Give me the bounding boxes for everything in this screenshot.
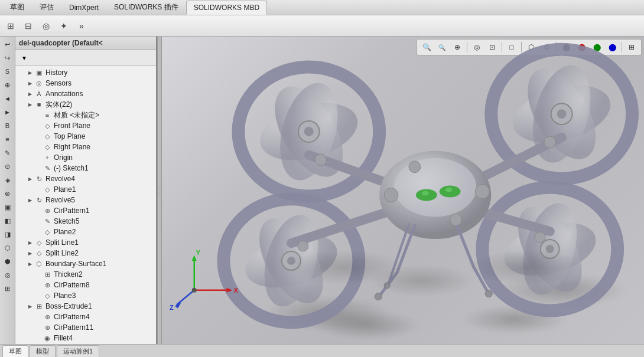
left-btn-14[interactable]: ◧ [1, 214, 14, 227]
tree-expand-thicken2[interactable] [34, 270, 43, 279]
motor-bl [298, 241, 308, 251]
left-btn-undo[interactable]: ↩ [1, 38, 14, 51]
tree-expand-bossextrude1[interactable]: ▶ [26, 302, 34, 310]
toolbar-btn-2[interactable]: ⊟ [20, 18, 37, 34]
joint-left [384, 188, 398, 202]
left-btn-6[interactable]: ► [1, 106, 14, 119]
motor-tl [315, 154, 327, 166]
tree-item-cirpattern4[interactable]: ⊛CirPattern4 [15, 312, 156, 322]
tree-item-sketch1[interactable]: ✎(-) Sketch1 [15, 163, 156, 173]
tree-item-thicken2[interactable]: ⊞Thicken2 [15, 269, 156, 280]
tree-filter-btn[interactable]: ▼ [18, 52, 31, 64]
left-btn-19[interactable]: ⊞ [1, 282, 14, 295]
tree-expand-sketch1[interactable] [34, 164, 43, 172]
left-btn-3[interactable]: S [1, 65, 14, 78]
tree-item-plane1[interactable]: ◇Plane1 [15, 184, 156, 195]
tree-item-revolve5[interactable]: ▶↻Revolve5 [15, 195, 156, 205]
joint-bottom [450, 214, 462, 225]
tree-expand-top_plane[interactable] [34, 132, 43, 140]
tree-header: del-quadcopter (Default< [15, 37, 156, 50]
tab-eval[interactable]: 评估 [32, 1, 61, 15]
tree-expand-revolve4[interactable]: ▶ [26, 175, 34, 183]
tree-item-cirpattern11[interactable]: ⊛CirPattern11 [15, 322, 156, 333]
left-btn-8[interactable]: ≡ [1, 133, 14, 146]
tab-dimxpert[interactable]: DimXpert [61, 1, 106, 15]
left-btn-redo[interactable]: ↪ [1, 51, 14, 64]
tab-swplugin[interactable]: SOLIDWORKS 插件 [106, 1, 186, 15]
tree-expand-cirpattern11[interactable] [34, 323, 43, 332]
tree-item-history[interactable]: ▶▣History [15, 67, 156, 78]
toolbar-btn-3[interactable]: ◎ [38, 18, 54, 34]
left-btn-16[interactable]: ⬡ [1, 241, 14, 254]
tree-item-sensors[interactable]: ▶◎Sensors [15, 78, 156, 89]
toolbar-btn-4[interactable]: ✦ [56, 18, 72, 34]
tree-expand-plane2[interactable] [34, 228, 43, 236]
tree-item-cirpattern8[interactable]: ⊛CirPattern8 [15, 280, 156, 290]
tree-expand-origin[interactable] [34, 153, 43, 162]
tree-item-annotations[interactable]: ▶AAnnotations [15, 89, 156, 99]
tree-item-plane3[interactable]: ◇Plane3 [15, 290, 156, 301]
tree-item-solid22[interactable]: ▶■实体(22) [15, 99, 156, 110]
tree-item-boundary[interactable]: ▶⬡Boundary-Surface1 [15, 258, 156, 269]
tree-content[interactable]: ▶▣History▶◎Sensors▶AAnnotations▶■实体(22)≡… [15, 66, 156, 344]
toolbar-btn-1[interactable]: ⊞ [2, 18, 19, 34]
tree-expand-sensors[interactable]: ▶ [26, 79, 34, 87]
left-btn-13[interactable]: ▣ [1, 201, 14, 214]
tree-item-splitline2[interactable]: ▶◇Split Line2 [15, 248, 156, 258]
tree-expand-revolve5[interactable]: ▶ [26, 196, 34, 204]
tree-item-revolve4[interactable]: ▶↻Revolve4 [15, 173, 156, 184]
tree-item-splitline1[interactable]: ▶◇Split Line1 [15, 237, 156, 248]
tree-item-cirpattern1[interactable]: ⊛CirPattern1 [15, 205, 156, 216]
left-btn-18[interactable]: ◎ [1, 268, 14, 281]
left-btn-7[interactable]: B [1, 119, 14, 132]
tree-expand-annotations[interactable]: ▶ [26, 90, 34, 98]
tree-expand-splitline2[interactable]: ▶ [26, 249, 34, 257]
tree-expand-cirpattern4[interactable] [34, 313, 43, 321]
tree-expand-front_plane[interactable] [34, 122, 43, 130]
left-btn-10[interactable]: ⊙ [1, 160, 14, 173]
tree-label-revolve4: Revolve4 [45, 175, 75, 183]
eye-left-hl [422, 191, 429, 195]
tree-item-right_plane[interactable]: ◇Right Plane [15, 142, 156, 152]
tree-expand-solid22[interactable]: ▶ [26, 100, 34, 109]
tree-item-sketch5[interactable]: ✎Sketch5 [15, 216, 156, 227]
tree-item-top_plane[interactable]: ◇Top Plane [15, 131, 156, 142]
drone-3d-model: Y X Z [162, 37, 644, 344]
left-btn-17[interactable]: ⬢ [1, 255, 14, 268]
tree-expand-cirpattern8[interactable] [34, 281, 43, 289]
left-btn-4[interactable]: ⊕ [1, 78, 14, 91]
tree-item-fillet5[interactable]: ◉Fillet5 [15, 343, 156, 344]
bottom-tab-model[interactable]: 模型 [30, 345, 56, 357]
viewport[interactable]: 🔍 🔍 ⊕ ◎ ⊡ □ ⬡ ⚙ ⬤ ⬤ ⬤ ⬤ ⊞ [162, 37, 644, 344]
tree-item-plane2[interactable]: ◇Plane2 [15, 227, 156, 237]
tree-expand-right_plane[interactable] [34, 143, 43, 151]
tree-label-sketch5: Sketch5 [54, 217, 79, 225]
tree-expand-splitline1[interactable]: ▶ [26, 238, 34, 247]
tree-item-origin[interactable]: +Origin [15, 152, 156, 163]
foot-fr [485, 290, 492, 297]
tree-item-front_plane[interactable]: ◇Front Plane [15, 120, 156, 131]
tab-draft[interactable]: 草图 [2, 1, 32, 15]
bottom-tab-sketch[interactable]: 草图 [2, 345, 28, 357]
left-btn-12[interactable]: ⊗ [1, 187, 14, 200]
hub-center-tl [304, 127, 314, 136]
tree-expand-history[interactable]: ▶ [26, 68, 34, 77]
toolbar-more[interactable]: » [73, 18, 90, 34]
bottom-tab-motion[interactable]: 运动算例1 [57, 345, 99, 357]
tree-item-fillet4[interactable]: ◉Fillet4 [15, 333, 156, 343]
tree-expand-fillet4[interactable] [34, 334, 43, 342]
tree-expand-cirpattern1[interactable] [34, 207, 43, 215]
tree-expand-boundary[interactable]: ▶ [26, 260, 34, 268]
tree-expand-material[interactable] [34, 111, 43, 119]
left-btn-9[interactable]: ✎ [1, 146, 14, 159]
left-btn-11[interactable]: ◈ [1, 173, 14, 186]
tab-swmbd[interactable]: SOLIDWORKS MBD [186, 1, 267, 15]
tree-expand-sketch5[interactable] [34, 217, 43, 225]
tree-expand-plane1[interactable] [34, 185, 43, 194]
left-btn-15[interactable]: ◨ [1, 228, 14, 241]
resize-handle[interactable]: ⋮⋮ [157, 37, 162, 344]
left-btn-5[interactable]: ◄ [1, 92, 14, 105]
tree-item-bossextrude1[interactable]: ▶⊞Boss-Extrude1 [15, 301, 156, 312]
tree-item-material[interactable]: ≡材质 <未指定> [15, 110, 156, 120]
tree-expand-plane3[interactable] [34, 292, 43, 300]
